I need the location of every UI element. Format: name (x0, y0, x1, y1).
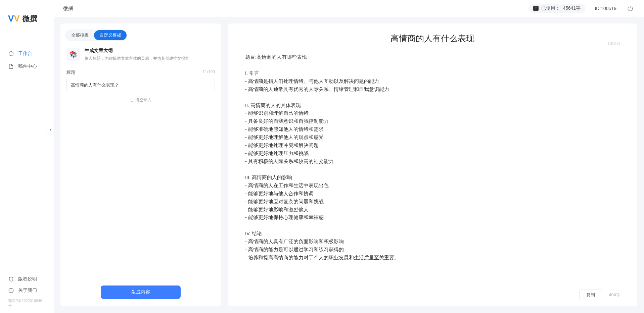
sidebar: VV 微撰 工作台 稿件中心 版权说明 关于我们 (0, 0, 54, 313)
shield-icon (8, 276, 14, 282)
nav-main: 工作台 稿件中心 (0, 34, 54, 273)
tab-all-templates[interactable]: 全部模板 (66, 30, 94, 40)
nav-about[interactable]: 关于我们 (0, 285, 54, 296)
generate-button[interactable]: 生成内容 (101, 285, 181, 299)
document-icon (8, 63, 14, 69)
usage-count: 45641字 (563, 5, 581, 11)
title-input[interactable] (66, 79, 215, 91)
result-panel: 高情商的人有什么表现 10/100 题目:高情商的人有哪些表现 I. 引言 - … (228, 23, 637, 306)
clear-label: 清空录入 (135, 98, 151, 102)
info-icon (8, 288, 14, 294)
tab-custom-template[interactable]: 自定义模板 (94, 30, 127, 40)
logo-icon: VV (8, 13, 20, 24)
main: 全部模板 自定义模板 📚 生成文章大纲 输入标题，为你提供文章主体的灵感，并为其… (54, 17, 644, 313)
nav-copyright[interactable]: 版权说明 (0, 273, 54, 285)
trash-icon (130, 98, 134, 102)
usage-prefix: 已使用： (541, 5, 560, 11)
usage-badge-icon: T (533, 6, 539, 11)
topbar: 微撰 T 已使用： 45641字 ID:100519 (54, 0, 644, 17)
page-title: 微撰 (63, 5, 73, 12)
template-desc: 输入标题，为你提供文章主体的灵感，并为其创建推文提纲 (85, 56, 189, 61)
sidebar-bottom: 版权说明 关于我们 鄂ICP备2022016946号 (0, 273, 54, 310)
title-field: 标题 11/100 (60, 67, 221, 91)
nav-workbench[interactable]: 工作台 (0, 47, 54, 60)
nav-label: 关于我们 (18, 288, 37, 294)
template-name: 生成文章大纲 (85, 48, 189, 54)
sidebar-collapse-handle[interactable] (47, 125, 54, 135)
nav-label: 工作台 (18, 51, 32, 57)
cube-icon (8, 51, 14, 57)
usage-pill[interactable]: T 已使用： 45641字 (528, 4, 585, 13)
input-panel: 全部模板 自定义模板 📚 生成文章大纲 输入标题，为你提供文章主体的灵感，并为其… (60, 23, 221, 306)
field-label: 标题 (66, 70, 75, 75)
logo-text: 微撰 (22, 14, 37, 24)
title-counter: 10/100 (607, 41, 620, 46)
copy-button[interactable]: 复制 (579, 290, 602, 300)
user-id: ID:100519 (595, 6, 616, 11)
nav-label: 稿件中心 (18, 63, 37, 69)
result-title[interactable]: 高情商的人有什么表现 (244, 33, 620, 44)
result-footer: 复制 404字 (228, 285, 637, 306)
logo: VV 微撰 (0, 7, 54, 34)
field-counter: 11/100 (202, 69, 215, 74)
books-icon: 📚 (66, 48, 80, 61)
template-card: 📚 生成文章大纲 输入标题，为你提供文章主体的灵感，并为其创建推文提纲 (60, 46, 221, 67)
topbar-right: T 已使用： 45641字 ID:100519 (528, 4, 635, 13)
nav-drafts[interactable]: 稿件中心 (0, 60, 54, 73)
power-icon[interactable] (626, 4, 635, 13)
template-tabs: 全部模板 自定义模板 (65, 30, 127, 41)
result-header: 高情商的人有什么表现 10/100 (228, 23, 637, 46)
clear-input-button[interactable]: 清空录入 (60, 91, 221, 109)
nav-label: 版权说明 (18, 276, 37, 282)
result-body[interactable]: 题目:高情商的人有哪些表现 I. 引言 - 高情商是指人们处理情绪、与他人互动以… (228, 46, 637, 285)
icp-text: 鄂ICP备2022016946号 (0, 296, 54, 308)
word-count: 404字 (609, 292, 620, 298)
